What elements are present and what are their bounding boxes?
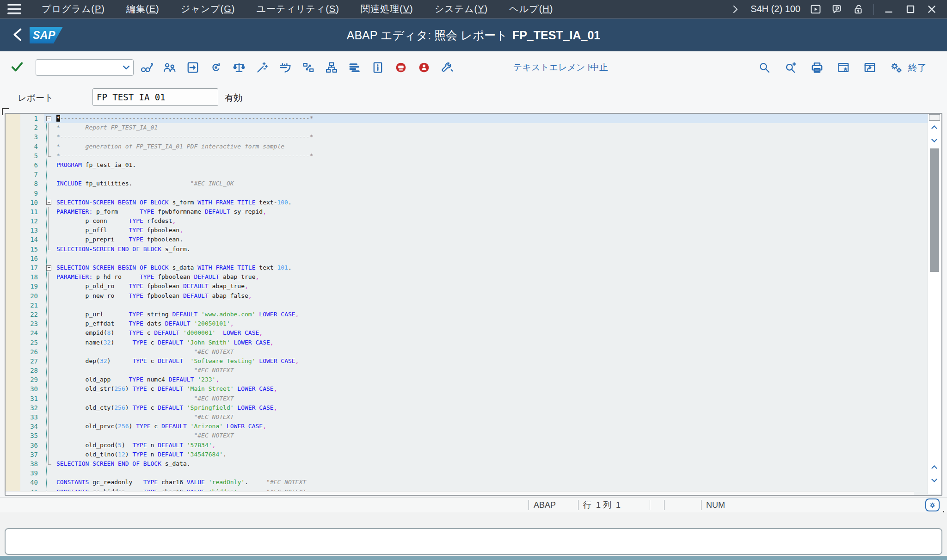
code-text: "#EC NOTEXT bbox=[56, 394, 928, 403]
code-line-39: 39 bbox=[6, 468, 928, 478]
fold-column bbox=[44, 170, 56, 179]
code-line-21: 21 bbox=[6, 301, 928, 310]
line-number: 13 bbox=[6, 226, 44, 235]
menu-item-Y[interactable]: システム(Y) bbox=[435, 3, 488, 15]
toolbar-icons-right bbox=[756, 59, 904, 76]
line-number: 7 bbox=[6, 170, 44, 179]
abap-code-editor[interactable]: 1*--------------------------------------… bbox=[5, 113, 942, 496]
hamburger-menu-icon[interactable] bbox=[7, 4, 21, 14]
search-plus-icon[interactable] bbox=[783, 59, 799, 76]
code-line-15: 15SELECTION-SCREEN END OF BLOCK s_form. bbox=[6, 245, 928, 254]
scrollbar-thumb[interactable] bbox=[930, 148, 939, 272]
menu-item-V[interactable]: 関連処理(V) bbox=[361, 3, 413, 15]
caliper-icon[interactable] bbox=[277, 59, 293, 76]
scroll-up-bottom-icon[interactable] bbox=[932, 465, 937, 470]
printer-icon[interactable] bbox=[809, 59, 825, 76]
line-number: 35 bbox=[6, 431, 44, 440]
title-prefix: ABAP エディタ: 照会 レポート bbox=[347, 29, 508, 42]
code-text: SELECTION-SCREEN END OF BLOCK s_form. bbox=[56, 245, 928, 254]
spiral-icon[interactable] bbox=[208, 59, 224, 76]
fold-toggle-icon[interactable] bbox=[44, 263, 56, 272]
horizontal-scrollbar[interactable] bbox=[6, 491, 914, 495]
menu-item-E[interactable]: 編集(E) bbox=[126, 3, 160, 15]
abort-button[interactable]: 中止 bbox=[590, 51, 608, 84]
menu-item-S[interactable]: ユーティリティ(S) bbox=[257, 3, 340, 15]
window-arrow-icon[interactable] bbox=[862, 59, 878, 76]
gears-icon[interactable] bbox=[888, 59, 904, 76]
code-line-8: 8INCLUDE fp_utilities. "#EC INCL_OK bbox=[6, 179, 928, 188]
line-number: 19 bbox=[6, 282, 44, 291]
code-text: name(32) TYPE c DEFAULT 'John Smith' LOW… bbox=[56, 338, 928, 347]
fold-column bbox=[44, 338, 56, 347]
code-text: p_old_ro TYPE fpboolean DEFAULT abap_tru… bbox=[56, 282, 928, 291]
window-star-icon[interactable] bbox=[836, 59, 851, 76]
report-name-input[interactable] bbox=[92, 88, 218, 106]
report-status: 有効 bbox=[225, 92, 242, 104]
line-number: 16 bbox=[6, 254, 44, 263]
status-bar: ABAP 行 1 列 1 NUM bbox=[0, 497, 947, 513]
divider bbox=[873, 4, 874, 15]
stacked-bars-icon[interactable] bbox=[347, 59, 363, 76]
line-number: 22 bbox=[6, 310, 44, 319]
code-line-5: 5*--------------------------------------… bbox=[6, 151, 928, 160]
fold-column bbox=[44, 347, 56, 357]
alert-person-icon[interactable] bbox=[416, 59, 432, 76]
two-users-icon[interactable] bbox=[162, 59, 178, 76]
enter-check-icon[interactable] bbox=[10, 60, 24, 75]
box-arrow-icon[interactable] bbox=[185, 59, 201, 76]
scales-icon[interactable] bbox=[231, 59, 247, 76]
back-icon[interactable] bbox=[10, 27, 26, 44]
unlock-icon[interactable] bbox=[851, 2, 865, 16]
fold-toggle-icon[interactable] bbox=[44, 198, 56, 207]
code-text: old_app TYPE numc4 DEFAULT '233', bbox=[56, 375, 928, 384]
command-field bbox=[36, 59, 134, 76]
line-number: 39 bbox=[6, 468, 44, 478]
link-boxes-icon[interactable] bbox=[301, 59, 316, 76]
minimize-icon[interactable] bbox=[882, 2, 896, 16]
code-line-19: 19 p_old_ro TYPE fpboolean DEFAULT abap_… bbox=[6, 282, 928, 291]
splitter-handle[interactable] bbox=[929, 114, 940, 121]
glasses-pencil-icon[interactable] bbox=[139, 59, 154, 76]
wand-icon[interactable] bbox=[254, 59, 270, 76]
line-number: 3 bbox=[6, 132, 44, 142]
code-area[interactable]: 1*--------------------------------------… bbox=[6, 114, 928, 495]
org-chart-icon[interactable] bbox=[324, 59, 339, 76]
menubar-right: S4H (2) 100 bbox=[728, 2, 947, 16]
search-icon[interactable] bbox=[756, 59, 772, 76]
scroll-down-icon[interactable] bbox=[932, 136, 937, 142]
session-overview-icon[interactable] bbox=[809, 2, 823, 16]
scripting-icon[interactable] bbox=[830, 2, 844, 16]
status-gear-icon[interactable] bbox=[925, 498, 940, 511]
vertical-scrollbar[interactable] bbox=[928, 114, 941, 494]
chevron-right-icon[interactable] bbox=[728, 2, 742, 16]
menu-item-H[interactable]: ヘルプ(H) bbox=[509, 3, 553, 15]
close-icon[interactable] bbox=[925, 2, 939, 16]
code-text bbox=[56, 301, 928, 310]
menu-item-P[interactable]: プログラム(P) bbox=[42, 3, 105, 15]
line-number: 33 bbox=[6, 412, 44, 422]
report-row: レポート 有効 bbox=[0, 84, 947, 112]
code-line-26: 26 "#EC NOTEXT bbox=[6, 347, 928, 357]
maximize-icon[interactable] bbox=[904, 2, 917, 16]
scroll-down-bottom-icon[interactable] bbox=[932, 476, 937, 481]
status-empty-2 bbox=[664, 500, 701, 510]
stop-icon[interactable] bbox=[393, 59, 409, 76]
status-message-input[interactable] bbox=[5, 528, 942, 555]
application-toolbar: テキストエレメント 中止 終了 bbox=[0, 51, 947, 84]
command-input[interactable] bbox=[38, 61, 118, 74]
fold-column bbox=[44, 142, 56, 151]
menu-item-G[interactable]: ジャンプ(G) bbox=[181, 3, 235, 15]
code-text bbox=[56, 170, 928, 179]
line-number: 20 bbox=[6, 291, 44, 301]
info-icon[interactable] bbox=[370, 59, 386, 76]
fold-toggle-icon[interactable] bbox=[44, 114, 56, 123]
wrench-icon[interactable] bbox=[439, 59, 455, 76]
code-line-11: 11PARAMETER: p_form TYPE fpwbformname DE… bbox=[6, 207, 928, 216]
chevron-down-icon[interactable] bbox=[120, 62, 132, 75]
fold-column bbox=[44, 450, 56, 459]
scroll-up-icon[interactable] bbox=[932, 125, 937, 130]
line-number: 29 bbox=[6, 375, 44, 384]
text-elements-button[interactable]: テキストエレメント bbox=[513, 51, 594, 84]
exit-button[interactable]: 終了 bbox=[908, 51, 927, 84]
message-area bbox=[0, 512, 947, 560]
